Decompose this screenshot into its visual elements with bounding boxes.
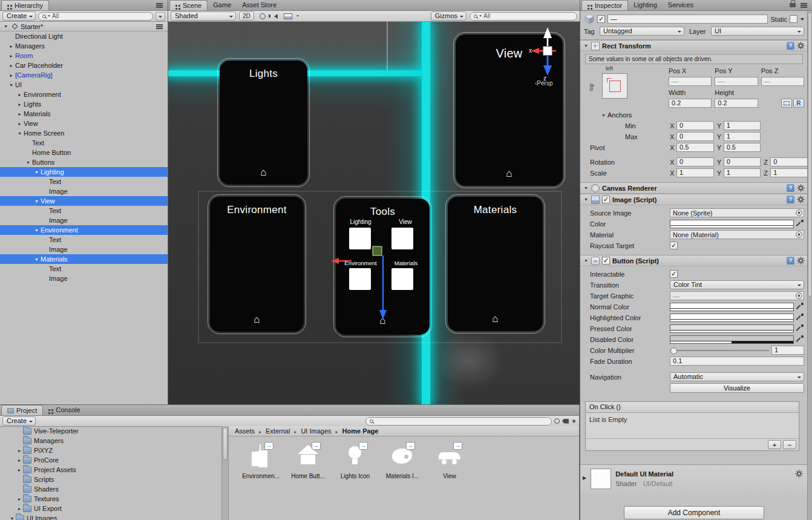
scene-effects-toggle-icon[interactable] (284, 13, 292, 19)
tab-hierarchy[interactable]: Hierarchy (1, 0, 49, 10)
help-icon[interactable] (787, 184, 794, 192)
folder-row[interactable]: ▸ PiXYZ (0, 446, 221, 455)
expand-arrow-icon[interactable]: ▸ (16, 458, 23, 463)
hierarchy-item[interactable]: ▸ Materials (0, 109, 168, 119)
expand-arrow-icon[interactable]: ▸ (16, 102, 24, 107)
color-swatch[interactable] (670, 220, 794, 228)
tools-cell-environment-tile[interactable] (349, 268, 371, 290)
material-thumbnail[interactable] (591, 469, 611, 489)
folder-row[interactable]: Vive-Teleporter (0, 426, 221, 436)
hierarchy-item[interactable]: ▾ Home Screen (0, 128, 168, 138)
hierarchy-item[interactable]: ▸ Managers (0, 41, 168, 51)
pos-z-field[interactable]: — (761, 77, 804, 86)
pos-x-field[interactable]: — (669, 77, 712, 86)
add-listener-button[interactable]: + (768, 440, 781, 449)
expand-arrow-icon[interactable]: ▸ (7, 53, 15, 59)
eyedropper-icon[interactable] (796, 324, 804, 332)
expand-arrow-icon[interactable]: ▸ (16, 448, 23, 453)
highlighted-color-swatch[interactable] (670, 314, 794, 322)
home-icon[interactable]: ⌂ (336, 315, 430, 327)
search-filter-arrow-icon[interactable] (48, 15, 50, 17)
search-by-type-icon[interactable] (554, 418, 560, 424)
expand-arrow-icon[interactable]: ▸ (16, 506, 23, 512)
help-icon[interactable] (787, 196, 794, 203)
color-multiplier-slider[interactable] (670, 346, 769, 355)
tools-cell-view-tile[interactable] (391, 228, 413, 249)
scene-viewport[interactable]: Lights ⌂ View ⌂ Environment ⌂ Tools Ligh… (168, 22, 580, 404)
hierarchy-item[interactable]: ▾ Materials (0, 254, 168, 264)
fold-arrow-icon[interactable]: ▾ (583, 43, 589, 48)
lock-icon[interactable] (790, 3, 796, 7)
hierarchy-sort-button[interactable] (156, 12, 165, 21)
expand-arrow-icon[interactable]: ▸ (16, 111, 24, 117)
expand-arrow-icon[interactable]: ▸ (16, 92, 24, 97)
anchor-preset-button[interactable] (602, 73, 627, 99)
tools-ui-panel[interactable]: Tools Lighting View Environment Material… (336, 199, 430, 335)
expand-arrow-icon[interactable]: ▾ (8, 516, 16, 520)
anchor-min-x-field[interactable]: 0 (676, 121, 714, 130)
anchor-min-y-field[interactable]: 1 (724, 121, 761, 130)
pressed-color-swatch[interactable] (670, 324, 794, 333)
blueprint-mode-button[interactable] (781, 99, 792, 108)
asset-item[interactable]: → Environmen... (241, 442, 281, 479)
hierarchy-item[interactable]: ▸ Room (0, 51, 168, 61)
folder-row[interactable]: ▸ UI Export (0, 504, 221, 513)
scene-lighting-toggle-icon[interactable] (260, 13, 266, 19)
scale-z-field[interactable]: 1 (770, 168, 808, 177)
active-checkbox[interactable] (597, 15, 605, 23)
expand-arrow-icon[interactable]: ▾ (33, 199, 41, 204)
hierarchy-item[interactable]: Image (0, 216, 168, 225)
asset-item[interactable]: → Lights Icon (335, 442, 375, 479)
hierarchy-item[interactable]: ▾ Buttons (0, 157, 168, 167)
source-image-field[interactable]: None (Sprite) (670, 208, 804, 217)
scale-x-field[interactable]: 1 (676, 168, 714, 177)
scale-y-field[interactable]: 1 (724, 168, 761, 177)
project-search-input[interactable] (365, 417, 552, 426)
folder-row[interactable]: Shaders (0, 484, 221, 494)
pivot-y-field[interactable]: 0.5 (724, 143, 761, 152)
canvas-renderer-header[interactable]: ▾ Canvas Renderer (580, 182, 808, 194)
tab-project[interactable]: Project (1, 405, 43, 415)
navigation-dropdown[interactable]: Automatic (670, 372, 804, 381)
asset-item[interactable]: → Home Butt... (288, 442, 328, 479)
breadcrumb-external[interactable]: External (264, 427, 291, 435)
folder-row[interactable]: ▾ UI Images (0, 513, 221, 520)
gameobject-name-field[interactable]: — (607, 15, 768, 24)
breadcrumb-home-page[interactable]: Home Page (341, 427, 380, 435)
button-enabled-checkbox[interactable] (602, 257, 610, 265)
hierarchy-item[interactable]: Image (0, 245, 168, 254)
expand-arrow-icon[interactable]: ▾ (33, 257, 41, 262)
breadcrumb-ui-images[interactable]: UI Images (300, 427, 332, 435)
search-by-label-icon[interactable] (562, 419, 569, 424)
breadcrumb-assets[interactable]: Assets (234, 427, 256, 435)
shading-mode-dropdown[interactable]: Shaded (171, 12, 236, 21)
tab-services[interactable]: Services (663, 0, 699, 10)
tools-cell-materials-tile[interactable] (391, 268, 413, 290)
material-field[interactable]: None (Material) (670, 230, 804, 239)
hierarchy-item[interactable]: ▾ UI (0, 80, 168, 90)
hierarchy-item[interactable]: Text (0, 235, 168, 245)
project-tree-scrollbar[interactable] (221, 426, 229, 520)
hierarchy-search-input[interactable]: All (38, 12, 153, 21)
image-enabled-checkbox[interactable] (602, 196, 610, 203)
lights-ui-panel[interactable]: Lights ⌂ (220, 61, 307, 185)
hierarchy-item[interactable]: ▸ View (0, 119, 168, 128)
effects-dropdown-arrow-icon[interactable] (296, 15, 299, 17)
hierarchy-item[interactable]: Image (0, 274, 168, 283)
pos-y-field[interactable]: — (715, 77, 758, 86)
visualize-button[interactable]: Visualize (670, 383, 804, 393)
expand-arrow-icon[interactable]: ▾ (33, 169, 41, 175)
expand-arrow-icon[interactable]: ▾ (33, 228, 41, 233)
asset-item[interactable]: → View (430, 442, 470, 479)
disabled-color-swatch[interactable] (670, 335, 794, 344)
static-checkbox[interactable] (790, 15, 797, 23)
fold-arrow-icon[interactable]: ▾ (583, 258, 589, 263)
favorites-icon[interactable]: ★ (571, 418, 577, 424)
rotation-y-field[interactable]: 0 (724, 157, 761, 166)
hierarchy-item[interactable]: Text (0, 264, 168, 274)
eyedropper-icon[interactable] (796, 335, 804, 343)
height-field[interactable]: 0.2 (715, 99, 758, 108)
hierarchy-item[interactable]: Text (0, 138, 168, 148)
tag-dropdown[interactable]: Untagged (600, 27, 684, 36)
hierarchy-item[interactable]: ▸ [CameraRig] (0, 70, 168, 80)
